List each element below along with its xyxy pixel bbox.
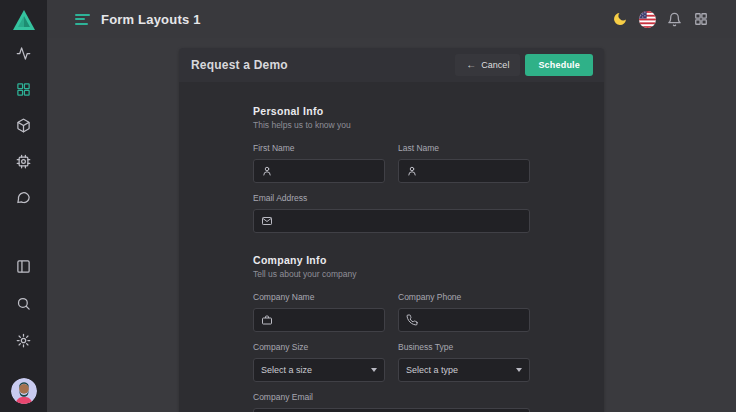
card-body: Personal Info This helps us to know you … [179,82,604,412]
chevron-down-icon [516,368,522,372]
schedule-button-label: Schedule [538,60,580,70]
content-area: Request a Demo ← Cancel Schedule [47,38,736,412]
menu-toggle-icon[interactable] [75,14,90,25]
company-phone-input[interactable] [424,315,522,325]
card-actions: ← Cancel Schedule [455,54,593,76]
settings-gear-icon[interactable] [14,330,34,350]
company-size-select[interactable]: Select a size [253,358,385,382]
header-actions [611,10,710,28]
cancel-button-label: Cancel [481,60,509,70]
section-subtitle: Tell us about your company [253,269,530,279]
email-icon [261,215,273,227]
main-area: Form Layouts 1 [47,0,736,412]
company-name-input[interactable] [279,315,377,325]
app-root: Form Layouts 1 [0,0,736,412]
arrow-left-icon: ← [466,60,476,70]
person-icon [406,165,418,177]
card-header: Request a Demo ← Cancel Schedule [179,48,604,82]
company-size-field: Company Size Select a size [253,342,385,382]
company-info-section: Company Info Tell us about your company … [253,254,530,412]
schedule-button[interactable]: Schedule [525,54,593,76]
business-type-field: Business Type Select a type [398,342,530,382]
section-title: Company Info [253,254,530,266]
first-name-field: First Name [253,143,385,183]
company-row-2: Company Size Select a size Business Type… [253,342,530,382]
email-label: Email Address [253,193,530,203]
search-icon[interactable] [14,293,34,313]
chat-icon[interactable] [14,187,34,207]
name-row: First Name Last Name [253,143,530,183]
last-name-input[interactable] [424,166,522,176]
section-title: Personal Info [253,105,530,117]
sidebar-bottom [11,256,37,412]
triangle-logo-icon [12,9,36,31]
bell-icon[interactable] [665,10,683,28]
moon-icon[interactable] [611,10,629,28]
personal-info-section: Personal Info This helps us to know you … [253,105,530,233]
email-field: Email Address [253,193,530,233]
email-input-wrap [253,209,530,233]
section-subtitle: This helps us to know you [253,120,530,130]
business-type-select[interactable]: Select a type [398,358,530,382]
first-name-input-wrap [253,159,385,183]
layout-toggle-icon[interactable] [14,256,34,276]
first-name-input[interactable] [279,166,377,176]
company-phone-input-wrap [398,308,530,332]
company-email-label: Company Email [253,392,530,402]
package-icon[interactable] [14,115,34,135]
business-type-label: Business Type [398,342,530,352]
company-row-1: Company Name Company Phone [253,292,530,332]
last-name-field: Last Name [398,143,530,183]
grid-icon[interactable] [14,79,34,99]
company-name-input-wrap [253,308,385,332]
company-size-value: Select a size [261,365,312,375]
activity-icon[interactable] [14,43,34,63]
top-header: Form Layouts 1 [47,0,736,38]
user-avatar[interactable] [11,378,37,404]
apps-grid-icon[interactable] [692,10,710,28]
us-flag-icon[interactable] [638,10,656,28]
company-name-field: Company Name [253,292,385,332]
request-demo-card: Request a Demo ← Cancel Schedule [179,48,604,412]
company-name-label: Company Name [253,292,385,302]
first-name-label: First Name [253,143,385,153]
chevron-down-icon [371,368,377,372]
email-row: Email Address [253,193,530,233]
briefcase-icon [261,314,273,326]
company-email-row: Company Email [253,392,530,412]
business-type-value: Select a type [406,365,458,375]
phone-icon [406,314,418,326]
last-name-label: Last Name [398,143,530,153]
email-input[interactable] [279,216,522,226]
brand-logo[interactable] [11,8,37,32]
last-name-input-wrap [398,159,530,183]
sidebar [0,0,47,412]
company-email-input-wrap [253,408,530,412]
company-email-field: Company Email [253,392,530,412]
company-size-label: Company Size [253,342,385,352]
company-phone-label: Company Phone [398,292,530,302]
company-phone-field: Company Phone [398,292,530,332]
sidebar-nav [14,43,34,207]
card-title: Request a Demo [191,58,288,72]
cpu-icon[interactable] [14,151,34,171]
cancel-button[interactable]: ← Cancel [455,54,520,76]
person-icon [261,165,273,177]
page-title: Form Layouts 1 [101,12,201,27]
